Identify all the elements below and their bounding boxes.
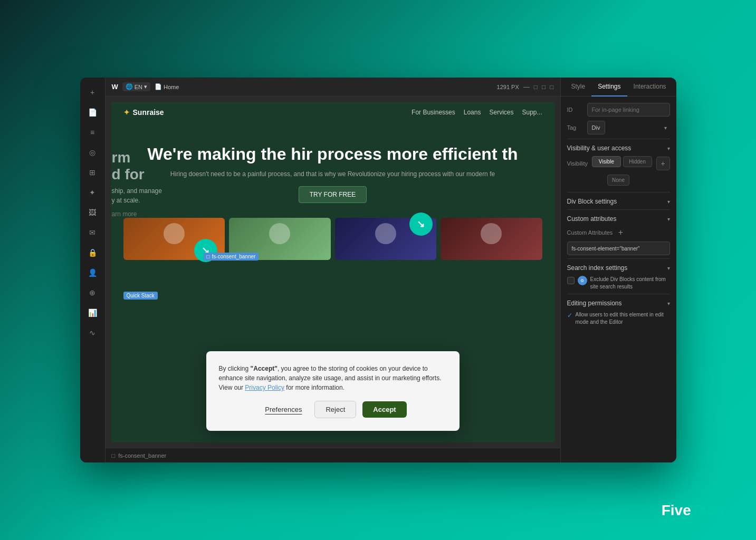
privacy-policy-link[interactable]: Privacy Policy [245,384,284,391]
sidebar-icon-chart[interactable]: 📊 [84,304,101,321]
green-circle-right: ↘ [409,213,433,236]
photo-4 [441,218,542,260]
fivetaco-brand: FiveTaco [662,502,724,519]
sidebar-icon-form[interactable]: ✉ [84,224,101,241]
search-index-description: Exclude Div Blocks content from site sea… [590,276,670,291]
desktop-icon[interactable]: □ [534,83,538,91]
page-icon: 📄 [155,83,162,90]
preview-cta-button[interactable]: TRY FOR FREE [299,186,367,203]
visibility-add-button[interactable]: + [656,157,670,170]
visibility-arrow: ▾ [667,146,670,151]
search-index-checkbox[interactable] [567,277,575,284]
right-panel: Style Settings Interactions ID Tag Div [560,78,676,462]
globe-icon: 🌐 [126,83,133,90]
sidebar-icon-add[interactable]: + [84,84,101,101]
search-index-toggle[interactable]: ⚙ [578,276,587,285]
div-block-arrow: ▾ [667,199,670,205]
tag-label: Tag [567,124,583,131]
sidebar-icon-circle-plus[interactable]: ⊕ [84,284,101,301]
id-input[interactable] [587,103,670,117]
tablet-icon[interactable]: □ [542,83,546,91]
preview-photos [111,214,555,264]
home-breadcrumb[interactable]: 📄 Home [155,83,179,90]
sidebar-icon-lock[interactable]: 🔒 [84,244,101,261]
search-index-title: Search index settings [567,264,628,272]
preview-hero: We're making the hir process more effici… [111,123,555,214]
preferences-button[interactable]: Preferences [259,401,308,418]
sidebar-icon-styles[interactable]: ✦ [84,184,101,201]
language-selector[interactable]: 🌐 EN ▾ [122,82,150,91]
editing-permissions-checkmark: ✓ [567,312,572,319]
left-sidebar: + 📄 ≡ ◎ ⊞ ✦ 🖼 ✉ 🔒 👤 ⊕ 📊 ∿ [80,78,106,462]
mobile-icon[interactable]: □ [550,83,553,91]
custom-attrs-add-button[interactable]: + [615,227,626,238]
visibility-section-header[interactable]: Visibility & user access ▾ [567,144,670,152]
top-bar: W 🌐 EN ▾ 📄 Home 1291 PX — □ □ □ [106,78,560,97]
sidebar-icon-user[interactable]: 👤 [84,264,101,281]
canvas-area[interactable]: Sunraise For Businesses Loans Services S… [106,97,560,448]
sidebar-icon-pages[interactable]: 📄 [84,104,101,121]
section-search-index: Search index settings ▾ ⚙ Exclude Div Bl… [567,258,670,291]
accept-button[interactable]: Accept [362,401,406,418]
bottom-element-icon: □ [112,452,116,459]
div-block-section-header[interactable]: Div Block settings ▾ [567,198,670,205]
custom-attrs-row: Custom Attributes + [567,227,670,238]
editing-permissions-arrow: ▾ [667,301,670,306]
id-label: ID [567,107,583,113]
reject-button[interactable]: Reject [314,401,356,418]
tab-style[interactable]: Style [565,78,592,97]
section-editing-permissions: Editing permissions ▾ ✓ Allow users to e… [567,294,670,326]
sidebar-icon-image[interactable]: 🖼 [84,204,101,221]
visible-button[interactable]: Visible [592,156,621,167]
canvas-width: 1291 PX [497,84,519,90]
cookie-dialog: By clicking "Accept", you agree to the s… [206,351,460,431]
preview-site-logo: Sunraise [123,108,164,117]
panel-content: ID Tag Div Visibility & user access ▾ [561,97,676,462]
sidebar-icon-wave[interactable]: ∿ [84,324,101,341]
section-visibility: Visibility & user access ▾ Visibility Vi… [567,139,670,189]
preview-navbar: Sunraise For Businesses Loans Services S… [111,102,555,123]
hidden-button[interactable]: Hidden [623,156,652,167]
lang-chevron: ▾ [144,83,147,90]
custom-attrs-arrow: ▾ [667,216,670,222]
custom-attrs-title: Custom attributes [567,215,617,223]
tag-select-wrap: Div [587,121,670,134]
none-button[interactable]: None [607,175,629,186]
preview-hero-sub: Hiring doesn't need to be a painful proc… [123,170,542,178]
quick-stack-label: Quick Stack [123,292,158,300]
div-block-title: Div Block settings [567,198,617,205]
bottom-bar: □ fs-consent_banner [106,448,560,462]
sidebar-icon-layers[interactable]: ≡ [84,124,101,141]
webflow-logo: W [112,83,118,91]
custom-attrs-sub-label: Custom Attributes [567,229,613,236]
element-label-top[interactable]: fs-consent_banner [204,253,259,261]
editing-permissions-section-header[interactable]: Editing permissions ▾ [567,300,670,307]
tag-select[interactable]: Div [587,121,605,134]
custom-attr-value[interactable]: fs-consent-element="banner" [567,242,670,255]
sidebar-icon-assets[interactable]: ◎ [84,144,101,161]
minimize-icon[interactable]: — [523,83,530,91]
tag-field: Tag Div [567,121,670,134]
accept-bold: "Accept" [251,365,277,372]
tab-interactions[interactable]: Interactions [627,78,673,97]
visibility-title: Visibility & user access [567,144,631,152]
panel-tabs: Style Settings Interactions [561,78,676,97]
cookie-text: By clicking "Accept", you agree to the s… [219,364,447,392]
section-div-block: Div Block settings ▾ [567,192,670,205]
editing-permissions-title: Editing permissions [567,300,622,307]
tab-settings[interactable]: Settings [591,78,627,97]
custom-attrs-section-header[interactable]: Custom attributes ▾ [567,215,670,223]
id-field: ID [567,103,670,117]
screen-container: + 📄 ≡ ◎ ⊞ ✦ 🖼 ✉ 🔒 👤 ⊕ 📊 ∿ W 🌐 EN ▾ 📄 Hom… [80,78,676,462]
editing-permissions-row: ✓ Allow users to edit this element in ed… [567,311,670,326]
visibility-label: Visibility [567,160,588,167]
search-index-row: ⚙ Exclude Div Blocks content from site s… [567,276,670,291]
sidebar-icon-components[interactable]: ⊞ [84,164,101,181]
cropped-text-left: rm d for ship, and manage y at scale. ar… [112,149,162,218]
search-index-arrow: ▾ [667,265,670,271]
main-content: W 🌐 EN ▾ 📄 Home 1291 PX — □ □ □ [106,78,560,462]
cookie-buttons: Preferences Reject Accept [219,401,447,418]
page-label: Home [164,84,179,90]
search-index-section-header[interactable]: Search index settings ▾ [567,264,670,272]
visibility-buttons: Visible Hidden [592,156,652,167]
